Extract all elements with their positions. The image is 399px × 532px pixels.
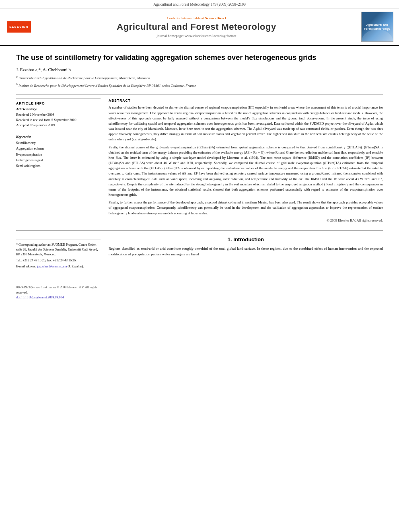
- section-divider: [16, 94, 383, 94]
- abstract-para-3: Finally, to further assess the performan…: [109, 200, 383, 216]
- journal-thumbnail-image: Agricultural and Forest Meteorology: [361, 12, 393, 42]
- journal-citation: Agricultural and Forest Meteorology 149 …: [153, 2, 246, 6]
- article-title: The use of scintillometry for validating…: [16, 53, 383, 62]
- thumbnail-text: Agricultural and Forest Meteorology: [363, 23, 391, 30]
- page: Agricultural and Forest Meteorology 149 …: [0, 0, 399, 532]
- header-right: Agricultural and Forest Meteorology: [360, 12, 394, 42]
- elsevier-logo-text: ELSEVIER: [9, 25, 29, 29]
- abstract-para-1: A number of studies have been devoted to…: [109, 105, 383, 142]
- journal-header: ELSEVIER Contents lists available at Sci…: [0, 8, 399, 46]
- footnote-section: * Corresponding author at: SUDMED Progra…: [16, 240, 101, 269]
- email-address: E-mail address: j.ezzahar@ucam.ac.ma (J.…: [16, 264, 101, 269]
- copyright-line: © 2009 Elsevier B.V. All rights reserved…: [109, 218, 383, 222]
- keyword-2: Aggregation scheme: [16, 146, 101, 151]
- keyword-3: Evapotranspiration: [16, 152, 101, 157]
- revised-date: Received in revised form 5 September 200…: [16, 117, 101, 123]
- introduction-text: Regions classified as semi-arid or arid …: [109, 246, 383, 257]
- body-left-column: * Corresponding author at: SUDMED Progra…: [16, 236, 101, 300]
- keyword-5: Semi-arid regions: [16, 163, 101, 168]
- affiliation-a: a Université Cadi Ayyed/Institut de Rech…: [16, 74, 383, 81]
- affiliation-b: b Institut de Recherche pour le Développ…: [16, 82, 383, 89]
- article-info-heading: ARTICLE INFO: [16, 101, 101, 105]
- article-dates: Received 2 November 2008 Received in rev…: [16, 112, 101, 127]
- elsevier-logo: ELSEVIER: [7, 21, 31, 33]
- article-history-label: Article history:: [16, 107, 101, 111]
- keywords-section: Keywords: Scintillometry Aggregation sch…: [16, 132, 101, 169]
- accepted-date: Accepted 9 September 2009: [16, 123, 101, 128]
- keywords-list: Scintillometry Aggregation scheme Evapot…: [16, 140, 101, 169]
- article-info-box: ARTICLE INFO Article history: Received 2…: [16, 99, 101, 127]
- doi-text: doi:10.1016/j.agrformet.2009.09.004: [16, 295, 101, 300]
- abstract-column: ABSTRACT A number of studies have been d…: [109, 99, 383, 222]
- abstract-text: A number of studies have been devoted to…: [109, 105, 383, 216]
- main-content: The use of scintillometry for validating…: [0, 46, 399, 308]
- journal-top-bar: Agricultural and Forest Meteorology 149 …: [0, 0, 399, 8]
- introduction-column: 1. Introduction Regions classified as se…: [109, 236, 383, 300]
- issn-text: 0168-1923/$ – see front matter © 2009 El…: [16, 285, 101, 296]
- author-names: J. Ezzahar a,*, A. Chehbouni b: [16, 67, 71, 72]
- corresponding-author-note: * Corresponding author at: SUDMED Progra…: [16, 242, 101, 257]
- received-date: Received 2 November 2008: [16, 112, 101, 117]
- header-left: ELSEVIER: [5, 12, 33, 42]
- sciencedirect-text[interactable]: ScienceDirect: [205, 16, 226, 20]
- info-abstract-section: ARTICLE INFO Article history: Received 2…: [16, 99, 383, 222]
- intro-para-1: Regions classified as semi-arid or arid …: [109, 246, 383, 257]
- abstract-heading: ABSTRACT: [109, 99, 383, 103]
- email-link[interactable]: j.ezzahar@ucam.ac.ma: [37, 265, 67, 268]
- tel-fax: Tel.: +212 24 43 16 26; fax: +212 24 43 …: [16, 258, 101, 263]
- header-center: Contents lists available at ScienceDirec…: [37, 12, 356, 42]
- body-section: * Corresponding author at: SUDMED Progra…: [16, 230, 383, 300]
- keyword-4: Heterogeneous grid: [16, 157, 101, 163]
- issn-doi: 0168-1923/$ – see front matter © 2009 El…: [16, 285, 101, 300]
- keywords-label: Keywords:: [16, 135, 101, 139]
- doi-link[interactable]: doi:10.1016/j.agrformet.2009.09.004: [16, 296, 64, 299]
- keyword-1: Scintillometry: [16, 140, 101, 146]
- sciencedirect-link: Contents lists available at ScienceDirec…: [37, 16, 356, 20]
- journal-homepage: journal homepage: www.elsevier.com/locat…: [37, 34, 356, 38]
- article-info-column: ARTICLE INFO Article history: Received 2…: [16, 99, 101, 222]
- authors: J. Ezzahar a,*, A. Chehbouni b: [16, 67, 383, 72]
- introduction-heading: 1. Introduction: [109, 236, 383, 242]
- abstract-para-2: Firstly, the diurnal course of the grid-…: [109, 145, 383, 198]
- affiliations: a Université Cadi Ayyed/Institut de Rech…: [16, 74, 383, 88]
- journal-title: Agricultural and Forest Meteorology: [37, 22, 356, 32]
